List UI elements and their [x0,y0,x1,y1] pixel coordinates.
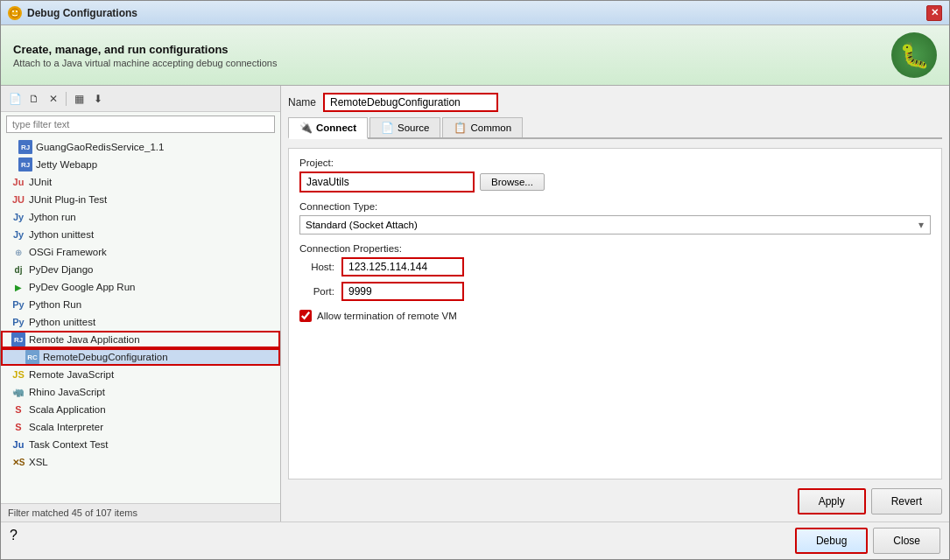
main-content: 📄 🗋 ✕ ▦ ⬇ RJ GuangGaoRedisService_1.1 RJ [1,86,949,522]
right-panel: Name RemoteDebugConfiguration 🔌 Connect … [281,86,949,522]
tree-item-guang-gao[interactable]: RJ GuangGaoRedisService_1.1 [1,138,280,156]
tab-connect[interactable]: 🔌 Connect [288,117,368,139]
tree-item-task-context[interactable]: Ju Task Context Test [1,436,280,453]
apply-revert-row: Apply Revert [288,485,942,514]
tree-item-label: PyDev Google App Run [29,282,135,292]
source-icon: 📄 [381,122,394,134]
django-icon: dj [11,262,25,276]
help-button[interactable]: ? [10,528,18,554]
tree-item-osgi[interactable]: ⊕ OSGi Framework [1,243,280,261]
connection-type-group: Connection Type: Standard (Socket Attach… [299,201,931,234]
junit-icon: Ju [11,175,25,189]
conn-props-group: Connection Properties: Host: 123.125.114… [299,243,931,301]
host-input[interactable]: 123.125.114.144 [341,257,464,276]
project-label: Project: [299,158,931,168]
window-icon [8,6,22,20]
apply-button[interactable]: Apply [798,488,866,514]
tree-item-scala-interp[interactable]: S Scala Interpreter [1,418,280,436]
debug-button[interactable]: Debug [795,528,868,554]
tree-item-label: Python unittest [29,317,95,327]
port-input[interactable]: 9999 [341,282,464,301]
conn-type-label: Connection Type: [299,201,931,212]
js-icon: JS [11,368,25,382]
tree-item-remote-java-app[interactable]: RJ Remote Java Application [1,331,280,348]
debug-configurations-window: Debug Configurations ✕ Create, manage, a… [0,0,950,560]
tree-item-xsl[interactable]: ✕S XSL [1,453,280,471]
allow-termination-row: Allow termination of remote VM [299,310,931,322]
tree-item-jython-run[interactable]: Jy Jython run [1,208,280,226]
tab-common[interactable]: 📋 Common [442,117,523,137]
tree-item-rhino[interactable]: 🦏 Rhino JavaScript [1,383,280,401]
tree-item-junit-plugin[interactable]: JU JUnit Plug-in Test [1,191,280,208]
tree-item-pydev-django[interactable]: dj PyDev Django [1,261,280,278]
tree-item-pydev-google[interactable]: ▶ PyDev Google App Run [1,278,280,296]
port-row: Port: 9999 [299,282,931,301]
revert-button[interactable]: Revert [871,488,942,514]
filter-area [6,116,275,133]
tree-item-label: XSL [29,457,48,467]
tree-item-label: Remote Java Application [29,334,140,345]
rhino-icon: 🦏 [11,385,25,399]
tab-connect-label: Connect [316,122,356,133]
tree-item-python-run[interactable]: Py Python Run [1,296,280,313]
junit-icon: JU [11,192,25,206]
host-label: Host: [299,262,334,272]
project-row: JavaUtils Browse... [299,172,931,192]
close-window-button[interactable]: ✕ [926,5,942,21]
tree-item-label: Scala Interpreter [29,422,103,432]
name-input[interactable]: RemoteDebugConfiguration [323,93,498,112]
delete-button[interactable]: ✕ [45,90,62,108]
allow-termination-checkbox[interactable] [299,310,312,322]
window-title: Debug Configurations [27,7,921,19]
tab-source[interactable]: 📄 Source [369,117,440,137]
tree-item-python-unittest[interactable]: Py Python unittest [1,313,280,331]
scala-icon: S [11,402,25,416]
name-label: Name [288,96,316,108]
tree-item-label: JUnit Plug-in Test [29,194,107,205]
header-subtitle: Attach to a Java virtual machine accepti… [13,58,277,68]
duplicate-button[interactable]: 🗋 [25,90,43,108]
tree-item-label: Jetty Webapp [36,159,97,170]
tree-item-remote-debug-config[interactable]: RC RemoteDebugConfiguration [1,348,280,366]
xsl-icon: ✕S [11,455,25,469]
config-tree: RJ GuangGaoRedisService_1.1 RJ Jetty Web… [1,136,280,503]
osgi-icon: ⊕ [11,245,25,259]
tree-item-label: GuangGaoRedisService_1.1 [36,142,164,152]
toolbar-separator [66,92,67,106]
tabs-bar: 🔌 Connect 📄 Source 📋 Common [288,117,942,139]
project-input[interactable]: JavaUtils [299,172,475,192]
filter-input[interactable] [6,116,275,133]
scala-icon: S [11,420,25,434]
remote-java-app-icon: RJ [11,332,25,346]
tree-item-jython-unittest[interactable]: Jy Jython unittest [1,226,280,243]
config-form: Project: JavaUtils Browse... Connection … [288,148,942,480]
tree-item-label: Scala Application [29,404,106,415]
tree-item-junit[interactable]: Ju JUnit [1,173,280,191]
remote-java-icon: RJ [18,140,32,154]
header-text: Create, manage, and run configurations A… [13,43,277,68]
browse-button[interactable]: Browse... [480,173,545,191]
expand-button[interactable]: ⬇ [89,90,107,108]
conn-props-label: Connection Properties: [299,243,931,254]
jython-icon: Jy [11,228,25,242]
tree-item-jetty[interactable]: RJ Jetty Webapp [1,156,280,173]
tree-item-label: PyDev Django [29,264,94,275]
pydev-google-icon: ▶ [11,280,25,294]
close-button[interactable]: Close [873,528,940,554]
conn-type-select[interactable]: Standard (Socket Attach) [299,215,931,234]
port-label: Port: [299,286,334,297]
common-icon: 📋 [454,122,467,134]
tree-item-remote-js[interactable]: JS Remote JavaScript [1,366,280,383]
tree-item-scala-app[interactable]: S Scala Application [1,401,280,418]
tree-item-label: Jython run [29,212,76,222]
filter-button[interactable]: ▦ [70,90,88,108]
new-config-button[interactable]: 📄 [6,90,24,108]
host-row: Host: 123.125.114.144 [299,257,931,276]
remote-java-icon: RJ [18,158,32,172]
tree-item-label: Remote JavaScript [29,369,114,380]
svg-point-2 [16,10,18,12]
conn-type-select-wrapper: Standard (Socket Attach) [299,215,931,234]
tree-item-label: Python Run [29,299,81,310]
tab-common-label: Common [470,122,511,133]
name-row: Name RemoteDebugConfiguration [288,93,942,112]
